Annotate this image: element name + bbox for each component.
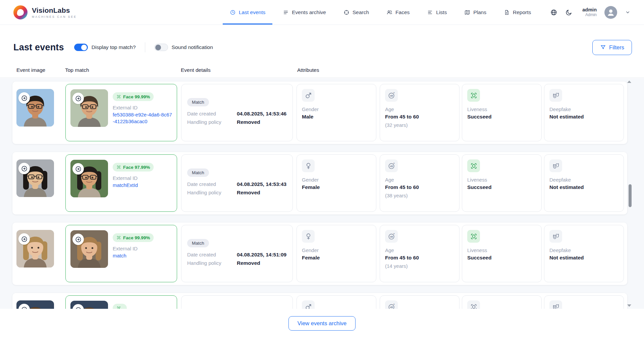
scrollbar-up-arrow[interactable] — [627, 81, 631, 83]
tab-icon — [386, 9, 392, 15]
top-match-card[interactable]: Face 97.99% External ID matchExtId — [65, 154, 177, 212]
dark-mode-moon-icon[interactable] — [565, 9, 573, 16]
user-block: admin Admin — [582, 7, 597, 17]
age-note: (32 years) — [385, 122, 454, 128]
event-row[interactable]: Face 97.99% External ID matchExtId Match… — [12, 152, 627, 214]
view-events-archive-button[interactable]: View events archive — [288, 316, 356, 331]
tab-events-archive[interactable]: Events archive — [276, 0, 333, 25]
sound-notification-toggle[interactable] — [154, 44, 168, 51]
event-image[interactable] — [16, 300, 54, 309]
age-icon — [388, 162, 395, 170]
match-badge: Match — [187, 239, 209, 247]
deepfake-masks-icon — [552, 233, 560, 240]
open-match-icon[interactable] — [72, 163, 84, 175]
deepfake-attribute-card: Deepfake Not estimated — [544, 225, 624, 282]
tab-plans[interactable]: Plans — [457, 0, 493, 25]
open-event-icon[interactable] — [18, 92, 30, 104]
gender-value: Male — [302, 114, 371, 120]
liveness-attribute-card: Liveness Succseed — [462, 154, 542, 212]
tab-reports[interactable]: Reports — [497, 0, 538, 25]
tab-icon — [343, 9, 350, 15]
user-role: Admin — [582, 13, 597, 17]
age-value: From 45 to 60 — [385, 114, 454, 120]
tab-icon — [283, 9, 289, 15]
gender-icon — [305, 233, 312, 240]
event-details-card: Match Date created04.08.2025, 14:53:43 H… — [181, 154, 293, 212]
footer-bar: View events archive — [0, 309, 644, 339]
event-row[interactable]: Face 99.99% External ID match Match Date… — [12, 223, 627, 285]
scrollbar-down-arrow[interactable] — [627, 304, 631, 307]
face-scan-icon — [116, 94, 121, 99]
tab-faces[interactable]: Faces — [379, 0, 417, 25]
tab-search[interactable]: Search — [336, 0, 376, 25]
tab-icon — [427, 9, 433, 15]
tab-icon — [464, 9, 470, 15]
page-header: Last events Display top match? Sound not… — [0, 39, 644, 56]
date-created-label: Date created — [187, 180, 237, 188]
match-badge: Match — [187, 98, 209, 106]
filters-button[interactable]: Filters — [592, 40, 632, 55]
age-label: Age — [385, 247, 454, 253]
gender-attribute-card: Gender Female — [297, 154, 376, 212]
gender-icon — [305, 303, 312, 309]
date-created-label: Date created — [187, 109, 237, 118]
tab-icon — [504, 9, 510, 15]
external-id-link[interactable]: matchExtId — [113, 182, 173, 189]
open-event-icon[interactable] — [18, 163, 30, 174]
deepfake-label: Deepfake — [549, 247, 619, 253]
deepfake-attribute-card: Deepfake Not estimated — [544, 154, 624, 212]
handling-policy-value: Removed — [237, 188, 260, 197]
tab-label: Events archive — [292, 9, 326, 15]
liveness-icon — [470, 92, 478, 99]
top-navigation: VisionLabs MACHINES CAN SEE Last events … — [0, 0, 644, 25]
event-image[interactable] — [16, 89, 54, 127]
open-match-icon[interactable] — [72, 234, 84, 245]
top-match-image[interactable] — [70, 89, 108, 127]
gender-attribute-card: Gender Female — [297, 225, 376, 282]
deepfake-masks-icon — [552, 92, 560, 99]
gender-label: Gender — [302, 177, 371, 183]
event-row[interactable]: Face 99.99% External ID fe530388-e92e-4d… — [12, 82, 627, 144]
top-match-card[interactable]: Face 99.99% External ID fe530388-e92e-4d… — [65, 84, 177, 141]
scrollbar-thumb[interactable] — [629, 184, 632, 207]
face-scan-icon — [116, 165, 121, 170]
liveness-value: Succseed — [467, 114, 537, 120]
event-image[interactable] — [16, 159, 54, 197]
age-label: Age — [385, 106, 454, 112]
age-label: Age — [385, 177, 454, 183]
liveness-label: Liveness — [467, 247, 537, 253]
open-event-icon[interactable] — [18, 233, 30, 245]
face-similarity-badge: Face 99.99% — [113, 233, 154, 242]
face-similarity-value: Face 97.99% — [123, 165, 150, 170]
age-attribute-card: Age From 45 to 60 (38 years) — [380, 154, 460, 212]
nav-tabs: Last events Events archive Search Faces … — [223, 0, 538, 25]
deepfake-value: Not estimated — [549, 184, 619, 190]
avatar[interactable] — [604, 6, 617, 19]
tab-lists[interactable]: Lists — [420, 0, 454, 25]
deepfake-masks-icon — [552, 303, 560, 309]
liveness-value: Succseed — [467, 184, 537, 190]
external-id-link[interactable]: fe530388-e92e-4da6-8c67-4122b36acac0 — [113, 111, 173, 125]
top-match-image[interactable] — [70, 230, 108, 268]
age-attribute-card: Age From 45 to 60 (14 years) — [380, 225, 460, 282]
divider — [145, 42, 145, 52]
open-match-icon[interactable] — [72, 93, 84, 104]
chevron-down-icon[interactable] — [625, 9, 631, 15]
language-globe-icon[interactable] — [550, 9, 557, 16]
top-match-image[interactable] — [70, 301, 108, 309]
face-scan-icon — [116, 306, 121, 309]
age-icon — [388, 303, 395, 309]
column-header-top-match: Top match — [65, 67, 89, 73]
top-match-image[interactable] — [70, 160, 108, 197]
top-match-card[interactable]: Face 99.99% External ID match — [65, 225, 177, 282]
display-top-match-toggle[interactable] — [74, 44, 88, 51]
external-id-link[interactable]: match — [113, 252, 173, 259]
tab-label: Lists — [436, 9, 447, 15]
event-image[interactable] — [16, 230, 54, 268]
tab-last-events[interactable]: Last events — [223, 0, 272, 25]
top-match-card[interactable] — [65, 295, 177, 309]
liveness-icon — [470, 303, 478, 309]
liveness-label: Liveness — [467, 177, 537, 183]
event-row[interactable] — [12, 293, 627, 309]
external-id-label: External ID — [113, 105, 173, 110]
